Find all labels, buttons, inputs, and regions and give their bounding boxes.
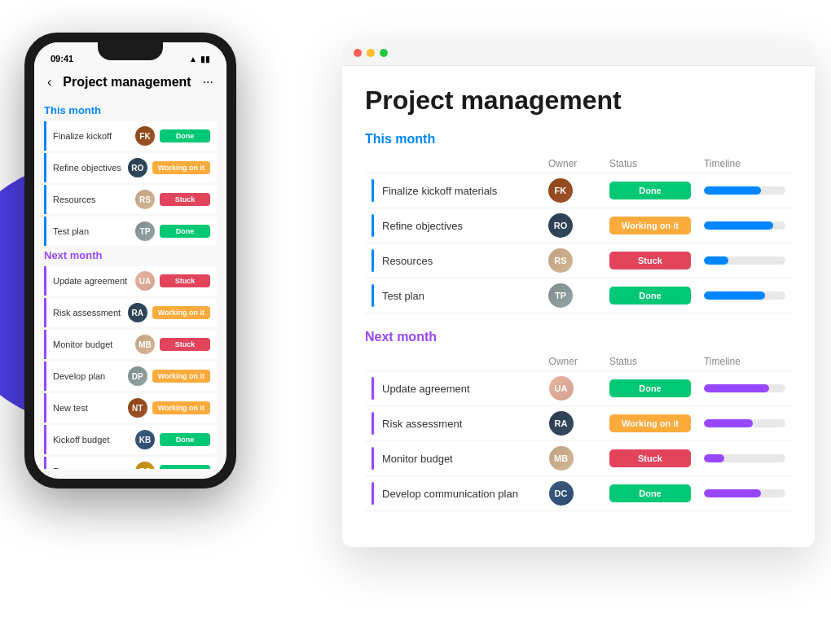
timeline-bar <box>704 256 785 265</box>
phone-task-name: Develop plan <box>53 371 123 381</box>
timeline-fill <box>704 186 761 195</box>
avatar: KB <box>135 430 155 449</box>
status-badge: Done <box>609 182 691 199</box>
timeline-cell <box>697 476 792 511</box>
avatar: NT <box>128 398 147 418</box>
titlebar-maximize-dot[interactable] <box>380 49 388 57</box>
phone-screen: 09:41 ▲ ▮▮ ‹ Project management ··· This… <box>34 42 226 479</box>
titlebar-close-dot[interactable] <box>354 49 362 57</box>
phone-row: Resources RS Done <box>44 457 217 469</box>
desktop-content: Project management This month Owner Stat… <box>342 66 815 547</box>
task-name: Develop communication plan <box>382 488 518 500</box>
table-row: Risk assessment RA Working on it <box>365 406 792 441</box>
phone-row: New test NT Working on it <box>44 393 217 423</box>
phone-back-button[interactable]: ‹ <box>47 75 51 90</box>
titlebar-minimize-dot[interactable] <box>367 49 375 57</box>
battery-icon: ▮▮ <box>200 55 210 64</box>
avatar: DP <box>128 366 147 386</box>
avatar: RS <box>135 190 155 209</box>
task-name: Risk assessment <box>382 418 462 430</box>
timeline-cell <box>697 278 792 313</box>
task-cell: Refine objectives <box>365 208 542 243</box>
phone-title: Project management <box>63 75 191 90</box>
timeline-fill <box>704 419 753 427</box>
timeline-cell <box>697 371 792 406</box>
avatar: UA <box>135 271 155 291</box>
col-header-status: Status <box>603 155 697 173</box>
owner-cell: MB <box>543 441 603 476</box>
task-name: Refine objectives <box>382 220 463 232</box>
col-header-timeline2: Timeline <box>697 353 792 371</box>
col-header-task <box>365 353 543 371</box>
phone-content: This month Finalize kickoff FK Done Refi… <box>34 98 226 469</box>
phone-body: 09:41 ▲ ▮▮ ‹ Project management ··· This… <box>24 33 236 488</box>
status-badge: Done <box>160 465 210 469</box>
avatar: RA <box>128 303 147 322</box>
table-row: Update agreement UA Done <box>365 371 792 406</box>
status-badge: Working on it <box>609 217 691 234</box>
status-cell: Done <box>603 476 697 511</box>
avatar: RS <box>135 462 155 469</box>
desktop-this-month-title: This month <box>365 132 792 147</box>
phone-notch <box>98 42 163 60</box>
task-border <box>372 377 374 400</box>
phone-row: Develop plan DP Working on it <box>44 361 217 391</box>
col-header-task <box>365 155 542 173</box>
phone-more-button[interactable]: ··· <box>203 75 213 90</box>
task-border <box>372 412 374 435</box>
phone-row: Finalize kickoff FK Done <box>44 121 217 151</box>
phone-row: Monitor budget MB Stuck <box>44 330 217 359</box>
timeline-bar <box>704 419 785 427</box>
owner-cell: FK <box>542 173 603 208</box>
timeline-bar <box>704 186 785 195</box>
phone-task-name: Resources <box>53 467 130 469</box>
status-badge: Working on it <box>152 370 210 383</box>
status-badge: Done <box>160 433 210 446</box>
status-badge: Done <box>160 129 210 142</box>
status-badge: Done <box>609 287 691 304</box>
task-cell: Monitor budget <box>365 441 543 476</box>
phone-mockup: 09:41 ▲ ▮▮ ‹ Project management ··· This… <box>24 33 236 488</box>
table-row: Monitor budget MB Stuck <box>365 441 792 476</box>
table-row: Test plan TP Done <box>365 278 792 313</box>
phone-row: Refine objectives RO Working on it <box>44 153 217 182</box>
phone-row: Test plan TP Done <box>44 217 217 246</box>
phone-task-name: Monitor budget <box>53 340 130 349</box>
avatar: RS <box>548 248 573 273</box>
table-row: Develop communication plan DC Done <box>365 476 792 511</box>
table-row: Resources RS Stuck <box>365 243 792 278</box>
owner-cell: DC <box>543 476 603 511</box>
avatar: TP <box>548 283 573 308</box>
wifi-icon: ▲ <box>189 55 197 64</box>
phone-header: ‹ Project management ··· <box>34 68 226 98</box>
task-cell: Update agreement <box>365 371 543 406</box>
avatar: DC <box>549 481 574 506</box>
phone-task-name: Risk assessment <box>53 308 123 318</box>
status-cell: Stuck <box>603 441 697 476</box>
phone-task-name: Kickoff budget <box>53 435 130 445</box>
status-cell: Working on it <box>603 208 697 243</box>
status-cell: Working on it <box>603 406 697 441</box>
avatar: TP <box>135 221 155 241</box>
status-cell: Stuck <box>603 243 697 278</box>
status-badge: Working on it <box>152 161 210 174</box>
phone-task-name: Refine objectives <box>53 163 123 173</box>
timeline-cell <box>697 406 792 441</box>
timeline-bar <box>704 384 785 392</box>
task-border <box>372 179 374 202</box>
avatar: FK <box>135 126 155 146</box>
status-badge: Stuck <box>160 193 210 206</box>
owner-cell: UA <box>543 371 603 406</box>
phone-row: Update agreement UA Stuck <box>44 266 217 296</box>
status-badge: Working on it <box>152 401 210 414</box>
desktop-window: Project management This month Owner Stat… <box>342 41 815 547</box>
timeline-cell <box>697 173 792 208</box>
phone-this-month-title: This month <box>44 104 217 116</box>
status-cell: Done <box>603 278 697 313</box>
owner-cell: RO <box>542 208 603 243</box>
desktop-next-month-title: Next month <box>365 330 792 344</box>
phone-time: 09:41 <box>51 54 73 64</box>
status-badge: Done <box>609 379 691 397</box>
status-badge: Stuck <box>609 252 691 269</box>
task-border <box>372 284 374 307</box>
